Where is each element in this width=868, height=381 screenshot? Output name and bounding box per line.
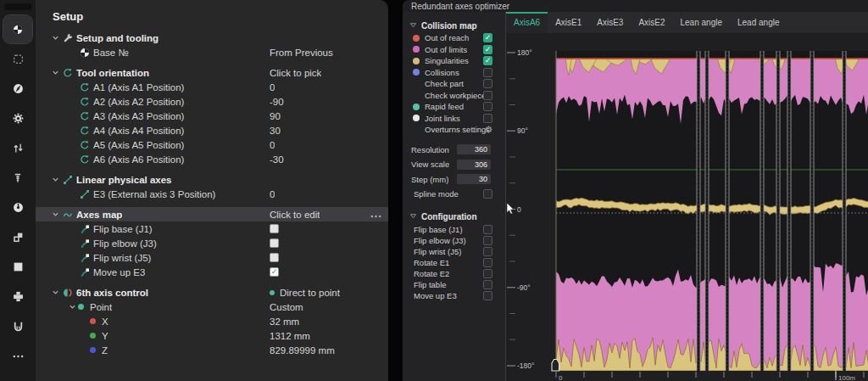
tree-row-point[interactable]: PointCustom (36, 300, 388, 314)
tab-axisa6[interactable]: AxisA6 (506, 12, 548, 33)
tree-row-e3-external-axis-3-position[interactable]: E3 (External axis 3 Position)0 (36, 187, 388, 201)
chevron-down-icon[interactable] (49, 210, 61, 218)
collision-item-check-workpiece[interactable]: Check workpiece (403, 90, 505, 102)
tree-row-a1-axis-a1-position[interactable]: A1 (Axis A1 Position)0 (36, 80, 388, 94)
iconbar-square-icon[interactable] (3, 253, 32, 281)
gear-icon[interactable] (485, 126, 492, 133)
tree-row-6th-axis-control[interactable]: 6th axis controlDirect to point (36, 285, 388, 300)
tree-row-flip-base-j1[interactable]: Flip base (J1) (36, 221, 388, 236)
spline-mode-row[interactable]: Spline mode (403, 188, 505, 200)
checkbox[interactable] (483, 114, 492, 123)
tree-row-tool-orientation[interactable]: Tool orientationClick to pick (36, 65, 388, 80)
more-button[interactable] (370, 210, 381, 220)
collision-item-joint-links[interactable]: Joint links (403, 113, 505, 125)
iconbar-gauge-icon[interactable] (3, 193, 32, 221)
iconbar-more-icon[interactable] (3, 342, 32, 370)
checkbox[interactable] (270, 224, 279, 233)
checkbox[interactable] (270, 238, 279, 248)
label: Out of limits (425, 45, 467, 54)
iconbar-screw-icon[interactable] (3, 164, 32, 192)
label: E3 (External axis 3 Position) (93, 189, 215, 199)
collision-item-singularities[interactable]: Singularities✓ (403, 55, 505, 67)
field-input-step-mm[interactable]: 30 (457, 174, 491, 184)
checkbox[interactable] (483, 102, 492, 111)
field-input-resolution[interactable]: 360 (457, 144, 491, 154)
optimizer-chart[interactable]: 180°90°0-90°-180°0100m (506, 33, 868, 381)
tree-row-a4-axis-a4-position[interactable]: A4 (Axis A4 Position)30 (36, 123, 388, 137)
axis-tabbar: AxisA6AxisE1AxisE3AxisE2Lean angleLead a… (506, 12, 868, 33)
tab-axise3[interactable]: AxisE3 (589, 12, 631, 33)
section-header-collision-map[interactable]: Collision map (403, 19, 505, 32)
config-item-rotate-e2[interactable]: Rotate E2 (403, 268, 505, 279)
iconbar-selection-icon[interactable] (3, 45, 32, 73)
checkbox[interactable] (483, 236, 492, 245)
checkbox-checked[interactable]: ✓ (483, 45, 492, 54)
checkbox[interactable] (483, 269, 492, 278)
config-item-flip-wrist-j5[interactable]: Flip wrist (J5) (403, 246, 505, 257)
label: Spline mode (414, 189, 459, 199)
iconbar-gripper-icon[interactable] (3, 312, 32, 340)
checkbox-checked[interactable]: ✓ (483, 33, 492, 42)
config-item-flip-elbow-j3[interactable]: Flip elbow (J3) (403, 235, 505, 246)
collision-item-out-of-reach[interactable]: Out of reach✓ (403, 32, 505, 44)
field-input-view-scale[interactable]: 306 (457, 160, 491, 170)
tree-row-y[interactable]: Y1312 mm (36, 328, 388, 343)
checkbox[interactable] (483, 91, 492, 100)
chevron-down-icon[interactable] (49, 289, 61, 296)
diag-icon (61, 175, 74, 185)
tree-row-move-up-e3[interactable]: Move up E3✓ (36, 265, 388, 279)
iconbar-layers-icon[interactable] (3, 223, 32, 251)
rotate-icon (78, 126, 91, 136)
label: Rotate E1 (414, 258, 449, 267)
checkbox[interactable] (483, 79, 492, 88)
drag-handle[interactable] (4, 3, 32, 10)
checkbox[interactable] (270, 253, 279, 262)
checkbox[interactable] (483, 225, 492, 234)
config-item-move-up-e3[interactable]: Move up E3 (403, 290, 505, 301)
tab-axise2[interactable]: AxisE2 (631, 12, 672, 33)
chevron-down-icon[interactable] (66, 303, 78, 311)
tree-row-x[interactable]: X32 mm (36, 314, 388, 328)
tree-row-flip-wrist-j5[interactable]: Flip wrist (J5) (36, 250, 388, 265)
checkbox[interactable] (483, 189, 492, 199)
chevron-down-icon[interactable] (49, 69, 61, 76)
chevron-down-icon[interactable] (49, 176, 61, 183)
tab-lean-angle[interactable]: Lean angle (673, 12, 731, 33)
collision-item-collisions[interactable]: Collisions (403, 67, 505, 79)
config-item-flip-base-j1[interactable]: Flip base (J1) (403, 224, 505, 235)
section-header-configuration[interactable]: Configuration (403, 210, 505, 224)
checkbox-checked[interactable]: ✓ (270, 267, 279, 277)
iconbar-machine-icon[interactable] (3, 283, 32, 311)
tab-axise1[interactable]: AxisE1 (548, 12, 589, 33)
tree-row-base[interactable]: Base №From Previous (36, 45, 388, 59)
iconbar-gear-icon[interactable] (3, 104, 32, 132)
collision-item-overturns-settings[interactable]: Overturns settings (403, 124, 505, 136)
checkbox[interactable] (483, 291, 492, 300)
label: Check workpiece (425, 91, 486, 100)
iconbar-updown-icon[interactable] (3, 134, 32, 162)
tree-row-z[interactable]: Z829.89999 mm (36, 343, 388, 357)
collision-item-rapid-feed[interactable]: Rapid feed (403, 101, 505, 113)
tree-row-a2-axis-a2-position[interactable]: A2 (Axis A2 Position)-90 (36, 94, 388, 109)
checkbox[interactable] (483, 68, 492, 77)
checkbox[interactable] (483, 258, 492, 267)
checkbox-checked[interactable]: ✓ (483, 56, 492, 65)
collision-item-out-of-limits[interactable]: Out of limits✓ (403, 44, 505, 56)
config-item-rotate-e1[interactable]: Rotate E1 (403, 257, 505, 268)
tree-row-axes-map[interactable]: Axes mapClick to edit (36, 207, 388, 221)
tree-row-flip-elbow-j3[interactable]: Flip elbow (J3) (36, 236, 388, 250)
tab-lead-angle[interactable]: Lead angle (730, 12, 787, 33)
tree-row-a5-axis-a5-position[interactable]: A5 (Axis A5 Position)0 (36, 137, 388, 152)
config-item-flip-table[interactable]: Flip table (403, 279, 505, 290)
tree-row-setup-and-tooling[interactable]: Setup and tooling (36, 31, 388, 45)
checkbox[interactable] (483, 280, 492, 289)
iconbar-compass-icon[interactable] (3, 75, 32, 103)
chevron-down-icon[interactable] (49, 34, 61, 42)
tree-row-a3-axis-a3-position[interactable]: A3 (Axis A3 Position)90 (36, 109, 388, 123)
collision-item-check-part[interactable]: Check part (403, 78, 505, 90)
iconbar-datum-icon[interactable] (3, 15, 32, 43)
tree-row-a6-axis-a6-position[interactable]: A6 (Axis A6 Position)-30 (36, 152, 388, 166)
label: Click to pick (270, 68, 321, 78)
checkbox[interactable] (483, 247, 492, 256)
tree-row-linear-physical-axes[interactable]: Linear physical axes (36, 172, 388, 187)
